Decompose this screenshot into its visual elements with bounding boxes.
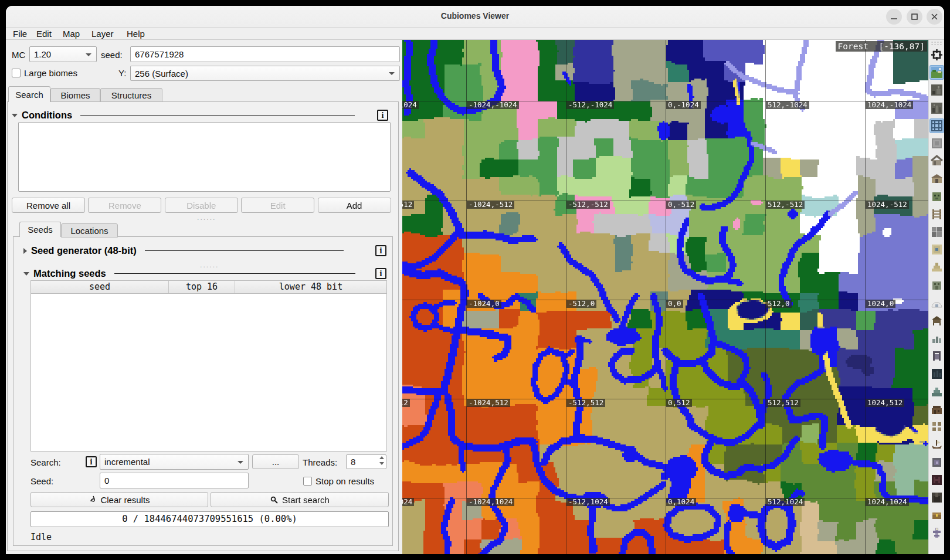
map-coordinate-label: -512,512 — [566, 399, 605, 407]
search-info-button[interactable]: i — [86, 456, 97, 467]
tool-bastion-icon[interactable] — [930, 491, 944, 504]
tool-stronghold-icon[interactable] — [930, 225, 944, 239]
tab-biomes[interactable]: Biomes — [50, 88, 100, 102]
edit-button[interactable]: Edit — [241, 198, 314, 213]
menu-file[interactable]: File — [13, 29, 27, 39]
tool-layer-biomes-icon[interactable] — [930, 66, 944, 79]
map-coordinate-label: -1536,-1024 — [402, 101, 419, 109]
map-coordinate-label: 0,-1024 — [666, 101, 701, 109]
stop-on-results-label: Stop on results — [315, 476, 374, 486]
tab-structures[interactable]: Structures — [100, 88, 162, 102]
menu-edit[interactable]: Edit — [36, 29, 52, 39]
biome-map[interactable]: -1536,-1024-1024,-1024-512,-10240,-10245… — [402, 40, 928, 554]
tool-woodland-mansion-icon[interactable] — [930, 402, 944, 416]
menu-layer[interactable]: Layer — [91, 29, 114, 39]
tool-show-grid-icon[interactable] — [930, 119, 944, 133]
map-coordinate-label: -512,0 — [566, 300, 596, 308]
y-level-label: Y: — [118, 68, 126, 78]
seed-generator-header[interactable]: Seed generator (48-bit) — [23, 245, 375, 256]
column-header-seed[interactable]: seed — [31, 281, 169, 293]
search-mode-select[interactable]: incremental — [100, 454, 249, 470]
mc-version-select[interactable]: 1.20 — [29, 46, 97, 62]
chevron-down-icon — [238, 461, 243, 464]
threads-spinner[interactable]: 8 — [346, 454, 386, 469]
tool-fortress-icon[interactable] — [930, 473, 944, 487]
conditions-info-button[interactable]: i — [377, 110, 388, 121]
tool-spawn-icon[interactable] — [930, 154, 944, 168]
map-coordinate-label: -1536,1024 — [402, 498, 414, 506]
tool-swamp-hut-icon[interactable] — [930, 314, 944, 327]
spinner-arrows[interactable] — [379, 456, 384, 465]
seed-input[interactable]: 6767571928 — [130, 46, 400, 62]
map-coordinate-label: -512,-1024 — [566, 101, 614, 109]
add-button[interactable]: Add — [318, 198, 391, 213]
clear-results-label: Clear results — [100, 495, 150, 505]
title-bar[interactable]: Cubiomes Viewer — [6, 6, 944, 28]
tool-ancient-city-icon[interactable] — [930, 367, 944, 381]
start-search-button[interactable]: Start search — [211, 492, 389, 507]
matching-seeds-info-button[interactable]: i — [375, 268, 386, 279]
matching-seeds-table[interactable]: seedtop 16lower 48 bit — [30, 280, 387, 452]
minimize-button[interactable] — [886, 9, 902, 25]
spin-down-icon[interactable] — [379, 462, 384, 465]
tab-seeds[interactable]: Seeds — [19, 222, 61, 237]
clear-results-button[interactable]: Clear results — [30, 492, 208, 507]
tool-slime-chunks-icon[interactable] — [930, 137, 944, 150]
conditions-list[interactable] — [18, 122, 391, 192]
tool-ruined-portal-icon[interactable] — [930, 349, 944, 362]
remove-all-button[interactable]: Remove all — [12, 198, 85, 213]
conditions-header[interactable]: Conditions — [12, 110, 375, 121]
stop-on-results-checkbox[interactable] — [303, 477, 312, 486]
remove-button[interactable]: Remove — [88, 198, 161, 213]
map-coordinate-label: 0,1024 — [666, 498, 696, 506]
map-coordinate-label: 512,-512 — [766, 201, 805, 209]
splitter-handle[interactable]: ...... — [199, 263, 219, 269]
clear-icon — [89, 495, 97, 504]
tool-treasure-icon[interactable] — [930, 508, 944, 522]
mc-label: MC — [12, 50, 25, 60]
menu-map[interactable]: Map — [63, 29, 80, 39]
tool-layer-structures-icon[interactable] — [930, 83, 944, 97]
map-coordinate-label: -1024,512 — [467, 399, 510, 407]
seed-start-input[interactable]: 0 — [100, 473, 249, 488]
close-button[interactable] — [927, 9, 942, 25]
tool-jungle-temple-icon[interactable] — [930, 279, 944, 292]
column-header-top-16[interactable]: top 16 — [169, 281, 235, 293]
tool-layer-structures-2-icon[interactable] — [930, 101, 944, 115]
map-coordinate-label: -1024,-1024 — [467, 101, 519, 109]
seed-generator-info-button[interactable]: i — [375, 245, 386, 256]
tab-locations[interactable]: Locations — [61, 223, 118, 237]
large-biomes-checkbox[interactable] — [12, 69, 21, 77]
start-search-label: Start search — [282, 495, 330, 505]
map-gridline-vertical — [865, 40, 866, 554]
tool-ocean-monument-icon[interactable] — [930, 385, 944, 398]
toolbar-grip[interactable] — [931, 41, 943, 46]
disable-button[interactable]: Disable — [165, 198, 238, 213]
matching-seeds-header[interactable]: Matching seeds — [23, 268, 375, 279]
tool-village-icon[interactable] — [930, 172, 944, 185]
tool-mineshaft-icon[interactable] — [930, 208, 944, 221]
collapse-icon — [23, 272, 29, 276]
threads-label: Threads: — [303, 457, 337, 467]
tool-desert-pyramid-icon[interactable] — [930, 260, 944, 274]
column-header-lower-48-bit[interactable]: lower 48 bit — [235, 281, 386, 293]
collapse-icon — [12, 114, 18, 117]
tool-end-city-icon[interactable] — [930, 526, 944, 539]
tool-shipwreck-icon[interactable] — [930, 437, 944, 451]
map-gridline-vertical — [566, 40, 566, 554]
y-level-select[interactable]: 256 (Surface) — [130, 66, 400, 81]
tool-geode-icon[interactable] — [930, 456, 944, 469]
menu-help[interactable]: Help — [127, 29, 145, 39]
maximize-button[interactable] — [907, 9, 922, 25]
tool-ocean-ruins-icon[interactable] — [930, 331, 944, 345]
tool-goto-coordinates-icon[interactable] — [930, 48, 944, 62]
splitter-handle[interactable]: ...... — [196, 215, 216, 221]
tool-igloo-icon[interactable] — [930, 296, 944, 310]
tool-trail-ruins-icon[interactable] — [930, 420, 944, 433]
spin-up-icon[interactable] — [379, 456, 384, 459]
tool-zombie-village-icon[interactable] — [930, 190, 944, 203]
tab-search[interactable]: Search — [8, 86, 50, 102]
more-options-button[interactable]: ... — [252, 454, 299, 469]
tool-desert-well-icon[interactable] — [930, 243, 944, 256]
status-text: Idle — [30, 532, 52, 542]
